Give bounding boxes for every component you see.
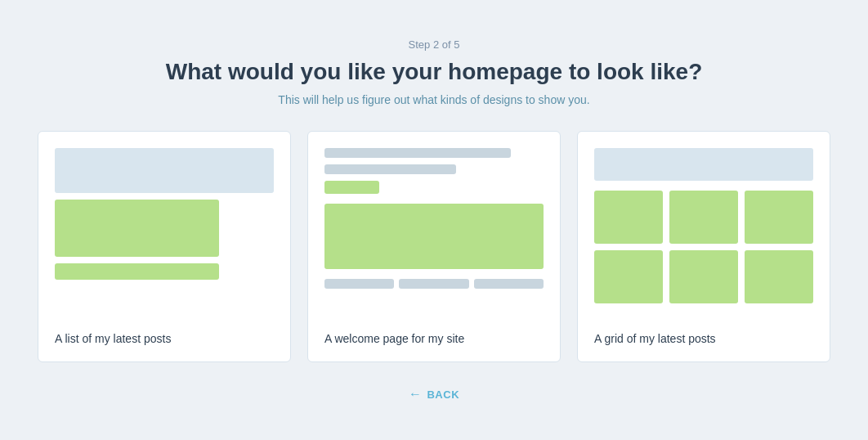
card-list-label: A list of my latest posts	[55, 332, 274, 345]
card-welcome-preview	[324, 148, 544, 320]
grid-row-2	[594, 250, 813, 303]
card-grid-preview	[594, 148, 813, 320]
back-button[interactable]: ← BACK	[409, 387, 459, 402]
grid-cell-3	[745, 191, 813, 244]
list-green-small	[55, 263, 219, 280]
welcome-text-line-medium	[324, 164, 456, 174]
back-label: BACK	[427, 388, 459, 401]
list-green-large	[55, 200, 219, 257]
cards-container: A list of my latest posts A welcome page…	[38, 131, 830, 362]
grid-cell-5	[669, 250, 738, 303]
grid-cell-2	[669, 191, 738, 244]
grid-header-bar	[594, 148, 813, 181]
welcome-green-btn	[324, 181, 379, 194]
welcome-text-line-long	[324, 148, 511, 158]
card-grid-label: A grid of my latest posts	[594, 332, 813, 345]
card-welcome-label: A welcome page for my site	[324, 332, 544, 345]
card-grid[interactable]: A grid of my latest posts	[577, 131, 830, 362]
main-title: What would you like your homepage to loo…	[166, 59, 703, 85]
list-header-bar	[55, 148, 274, 193]
card-welcome[interactable]: A welcome page for my site	[307, 131, 561, 362]
card-list-preview	[55, 148, 274, 320]
step-label: Step 2 of 5	[409, 38, 460, 51]
card-list[interactable]: A list of my latest posts	[38, 131, 291, 362]
grid-cell-4	[594, 250, 663, 303]
subtitle: This will help us figure out what kinds …	[278, 93, 589, 106]
back-arrow-icon: ←	[409, 387, 423, 402]
welcome-bottom-bars	[324, 279, 544, 289]
welcome-green-large	[324, 204, 544, 269]
grid-cell-1	[594, 191, 663, 244]
grid-row-1	[594, 191, 813, 244]
grid-cell-6	[745, 250, 813, 303]
